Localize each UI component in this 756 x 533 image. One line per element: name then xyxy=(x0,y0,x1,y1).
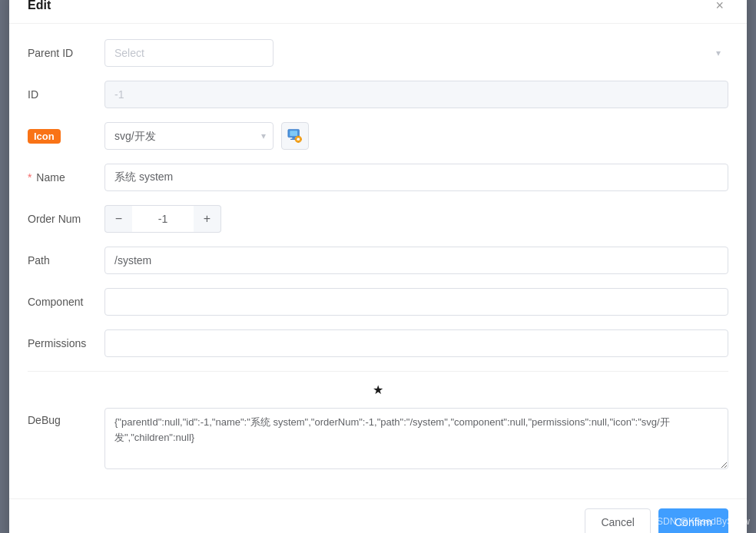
svg-rect-9 xyxy=(300,139,302,140)
dialog-body: Parent ID Select ▾ ID Icon xyxy=(9,24,747,498)
cancel-button[interactable]: Cancel xyxy=(585,508,651,533)
path-row: Path xyxy=(28,247,728,274)
parent-id-label: Parent ID xyxy=(28,47,104,59)
overlay: Edit × Parent ID Select ▾ ID xyxy=(0,0,756,533)
component-label: Component xyxy=(28,296,104,308)
order-num-input[interactable] xyxy=(132,205,194,233)
id-input xyxy=(104,81,728,108)
name-label: * Name xyxy=(28,171,104,184)
permissions-label: Permissions xyxy=(28,337,104,349)
svg-rect-8 xyxy=(295,139,297,140)
icon-select[interactable]: svg/开发 xyxy=(104,122,274,150)
svg-rect-2 xyxy=(292,137,295,139)
parent-id-select[interactable]: Select xyxy=(104,39,274,67)
icon-badge: Icon xyxy=(28,129,61,144)
order-num-wrapper: − + xyxy=(104,205,221,233)
edit-dialog: Edit × Parent ID Select ▾ ID xyxy=(9,0,747,533)
permissions-input[interactable] xyxy=(104,329,728,357)
svg-point-5 xyxy=(297,137,300,141)
path-label: Path xyxy=(28,254,104,266)
watermark: CSDN @KissedBySnow xyxy=(650,516,750,527)
chevron-down-icon: ▾ xyxy=(716,48,721,58)
parent-id-row: Parent ID Select ▾ xyxy=(28,39,728,67)
icon-label: Icon xyxy=(28,130,104,142)
svg-rect-6 xyxy=(298,136,299,137)
parent-id-select-wrapper: Select ▾ xyxy=(104,39,728,67)
order-increment-button[interactable]: + xyxy=(194,205,221,233)
debug-textarea[interactable]: {"parentId":null,"id":-1,"name":"系统 syst… xyxy=(104,408,728,469)
close-button[interactable]: × xyxy=(711,0,728,14)
debug-label: DeBug xyxy=(28,408,104,426)
dialog-title: Edit xyxy=(28,0,51,12)
icon-preview-button[interactable] xyxy=(281,122,309,150)
name-row: * Name xyxy=(28,164,728,191)
svg-rect-7 xyxy=(298,141,299,143)
required-mark: * xyxy=(28,171,32,184)
order-num-label: Order Num xyxy=(28,213,104,225)
icon-select-wrapper: svg/开发 ▾ xyxy=(104,122,309,150)
id-row: ID xyxy=(28,81,728,108)
dialog-header: Edit × xyxy=(9,0,747,24)
divider xyxy=(28,371,728,372)
permissions-row: Permissions xyxy=(28,329,728,357)
debug-row: DeBug {"parentId":null,"id":-1,"name":"系… xyxy=(28,408,728,469)
icon-row: Icon svg/开发 ▾ xyxy=(28,122,728,150)
svg-rect-1 xyxy=(290,131,297,136)
order-decrement-button[interactable]: − xyxy=(104,205,132,233)
order-num-row: Order Num − + xyxy=(28,205,728,233)
icon-select-inner-wrapper: svg/开发 ▾ xyxy=(104,122,274,150)
dialog-footer: Cancel Confirm xyxy=(9,498,747,533)
id-label: ID xyxy=(28,88,104,101)
name-input[interactable] xyxy=(104,164,728,191)
star-icon: ★ xyxy=(28,382,728,397)
path-input[interactable] xyxy=(104,247,728,274)
component-row: Component xyxy=(28,288,728,316)
icon-preview-image xyxy=(287,127,303,144)
component-input[interactable] xyxy=(104,288,728,316)
